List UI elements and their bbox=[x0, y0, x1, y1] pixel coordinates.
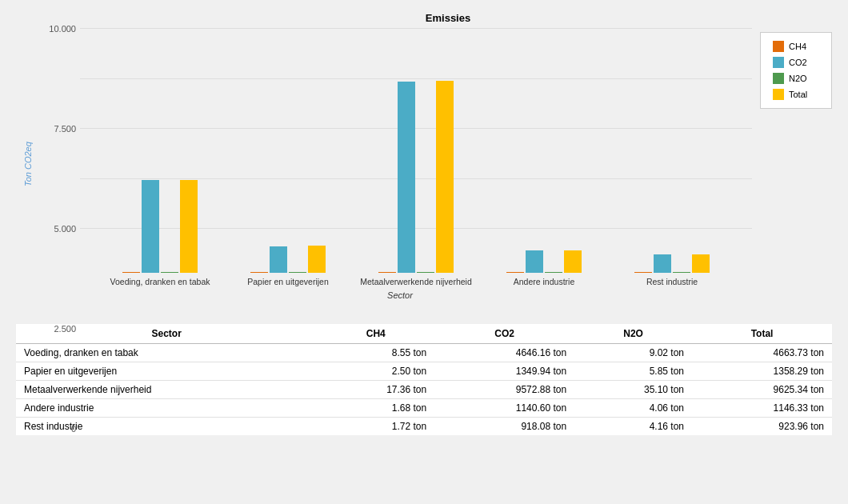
bar-group bbox=[352, 81, 480, 274]
bar-n2o bbox=[673, 272, 690, 273]
cell-co2: 9572.88 ton bbox=[434, 381, 574, 399]
bar-n2o bbox=[545, 272, 562, 273]
bar-group bbox=[608, 254, 736, 273]
y-tick-label: 2.500 bbox=[54, 324, 76, 334]
cell-sector: Voeding, dranken en tabak bbox=[16, 344, 317, 362]
x-axis-label: Andere industrie bbox=[480, 276, 608, 288]
bar-n2o bbox=[289, 272, 306, 273]
legend-label-n2o: N2O bbox=[789, 74, 807, 83]
cell-n2o: 4.06 ton bbox=[574, 399, 692, 418]
data-table: SectorCH4CO2N2OTotal Voeding, dranken en… bbox=[16, 324, 832, 435]
bar-ch4 bbox=[250, 272, 268, 273]
cell-total: 1146.33 ton bbox=[692, 399, 832, 418]
cell-co2: 4646.16 ton bbox=[434, 344, 574, 362]
table-row: Andere industrie1.68 ton1140.60 ton4.06 … bbox=[16, 399, 832, 418]
cell-ch4: 1.68 ton bbox=[317, 399, 434, 418]
bars-container bbox=[80, 28, 752, 273]
table-row: Rest industrie1.72 ton918.08 ton4.16 ton… bbox=[16, 418, 832, 436]
chart-title: Emissies bbox=[64, 8, 832, 24]
x-axis-label: Voeding, dranken en tabak bbox=[96, 276, 224, 288]
cell-total: 9625.34 ton bbox=[692, 381, 832, 399]
legend-item-co2: CO2 bbox=[773, 57, 819, 68]
table-row: Metaalverwerkende nijverheid17.36 ton957… bbox=[16, 381, 832, 399]
y-tick-label: 5.000 bbox=[54, 224, 76, 234]
bar-total bbox=[692, 254, 710, 273]
y-tick-label: 10.000 bbox=[49, 24, 76, 34]
grid-and-bars: 10.0007.5005.0002.5000 bbox=[80, 28, 752, 273]
legend-color-ch4 bbox=[773, 41, 784, 52]
th-co2: CO2 bbox=[434, 324, 574, 344]
cell-ch4: 1.72 ton bbox=[317, 418, 434, 436]
bar-co2 bbox=[142, 180, 159, 273]
bar-co2 bbox=[526, 250, 543, 274]
cell-co2: 1140.60 ton bbox=[434, 399, 574, 418]
cell-total: 1358.29 ton bbox=[692, 362, 832, 381]
y-tick-label: 0 bbox=[71, 424, 76, 434]
table-row: Voeding, dranken en tabak8.55 ton4646.16… bbox=[16, 344, 832, 362]
chart-with-legend: 10.0007.5005.0002.5000 Voeding, dranken … bbox=[40, 28, 832, 300]
table-row: Papier en uitgeverijen2.50 ton1349.94 to… bbox=[16, 362, 832, 381]
bar-co2 bbox=[398, 82, 415, 273]
chart-inner: Ton CO2eq 10.0007.5005.0002.5000 Voeding… bbox=[16, 28, 832, 300]
y-tick-label: 7.500 bbox=[54, 124, 76, 134]
bar-total bbox=[436, 81, 454, 274]
th-total: Total bbox=[692, 324, 832, 344]
bar-ch4 bbox=[506, 272, 524, 273]
bar-total bbox=[308, 246, 326, 273]
legend-label-co2: CO2 bbox=[789, 58, 807, 67]
bar-total bbox=[564, 250, 582, 274]
bar-ch4 bbox=[634, 272, 652, 273]
chart-plot: 10.0007.5005.0002.5000 Voeding, dranken … bbox=[40, 28, 760, 300]
x-axis-label: Rest industrie bbox=[608, 276, 736, 288]
x-axis-label: Papier en uitgeverijen bbox=[224, 276, 352, 288]
bar-co2 bbox=[270, 246, 287, 274]
x-axis-labels: Voeding, dranken en tabakPapier en uitge… bbox=[80, 276, 752, 288]
bar-n2o bbox=[161, 272, 178, 273]
legend-color-n2o bbox=[773, 73, 784, 84]
cell-sector: Papier en uitgeverijen bbox=[16, 362, 317, 381]
th-ch4: CH4 bbox=[317, 324, 434, 344]
cell-n2o: 35.10 ton bbox=[574, 381, 692, 399]
cell-n2o: 4.16 ton bbox=[574, 418, 692, 436]
bar-group bbox=[480, 250, 608, 274]
bar-ch4 bbox=[378, 272, 396, 273]
legend: CH4CO2N2OTotal bbox=[760, 32, 832, 109]
cell-sector: Metaalverwerkende nijverheid bbox=[16, 381, 317, 399]
legend-item-n2o: N2O bbox=[773, 73, 819, 84]
cell-sector: Rest industrie bbox=[16, 418, 317, 436]
cell-sector: Andere industrie bbox=[16, 399, 317, 418]
cell-total: 4663.73 ton bbox=[692, 344, 832, 362]
legend-color-co2 bbox=[773, 57, 784, 68]
x-axis-label: Metaalverwerkende nijverheid bbox=[352, 276, 480, 288]
legend-label-ch4: CH4 bbox=[789, 42, 806, 51]
cell-total: 923.96 ton bbox=[692, 418, 832, 436]
bar-ch4 bbox=[122, 272, 140, 273]
legend-color-total bbox=[773, 89, 784, 100]
table-header-row: SectorCH4CO2N2OTotal bbox=[16, 324, 832, 344]
legend-item-total: Total bbox=[773, 89, 819, 100]
bar-total bbox=[180, 180, 198, 274]
legend-label-total: Total bbox=[789, 90, 807, 99]
bar-group bbox=[224, 246, 352, 273]
chart-area: Emissies Ton CO2eq 10.0007.5005.0002.500… bbox=[16, 8, 832, 320]
cell-co2: 918.08 ton bbox=[434, 418, 574, 436]
cell-ch4: 2.50 ton bbox=[317, 362, 434, 381]
cell-ch4: 8.55 ton bbox=[317, 344, 434, 362]
x-axis-title: Sector bbox=[40, 290, 760, 300]
cell-n2o: 5.85 ton bbox=[574, 362, 692, 381]
bar-co2 bbox=[654, 254, 671, 273]
cell-ch4: 17.36 ton bbox=[317, 381, 434, 399]
bar-n2o bbox=[417, 272, 434, 273]
cell-co2: 1349.94 ton bbox=[434, 362, 574, 381]
legend-item-ch4: CH4 bbox=[773, 41, 819, 52]
bar-group bbox=[96, 180, 224, 274]
cell-n2o: 9.02 ton bbox=[574, 344, 692, 362]
th-n2o: N2O bbox=[574, 324, 692, 344]
main-container: Emissies Ton CO2eq 10.0007.5005.0002.500… bbox=[0, 0, 848, 443]
y-axis-label: Ton CO2eq bbox=[16, 28, 40, 300]
